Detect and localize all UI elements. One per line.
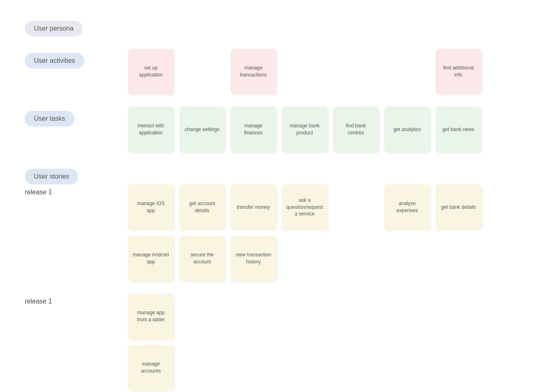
card-get-analytics[interactable]: get analytics <box>384 107 430 152</box>
tasks-section: User tasks interact with application cha… <box>25 107 533 152</box>
card-get-account-details[interactable]: get account details <box>179 184 225 230</box>
card-manage-android-app[interactable]: manage Android app <box>128 236 174 281</box>
card-manage-app-from-tablet[interactable]: manage app from a tablet <box>128 294 174 339</box>
release1-row1: manage iOS app get account details trans… <box>128 184 533 230</box>
release1-first-label: release 1 <box>25 184 52 196</box>
tasks-pill: User tasks <box>25 111 74 127</box>
release1-second-label: release 1 <box>25 294 52 305</box>
card-analyze-expenses[interactable]: analyze expenses <box>384 184 430 230</box>
release1-first-label-area: release 1 <box>25 189 116 196</box>
card-manage-bank-product[interactable]: manage bank product <box>282 107 327 152</box>
persona-section: User persona <box>25 17 533 36</box>
card-find-additional-info[interactable]: find additional info <box>436 49 481 94</box>
release1b-row1: manage app from a tablet <box>128 294 533 339</box>
release1-row2: manage Android app secure the account vi… <box>128 236 533 281</box>
release1b-row2: manage accounts <box>128 345 533 390</box>
card-manage-finances[interactable]: manage finances <box>231 107 276 152</box>
release1-second-content: manage app from a tablet manage accounts <box>128 294 533 390</box>
activities-pill: User activities <box>25 53 84 69</box>
card-manage-ios-app[interactable]: manage iOS app <box>128 184 174 230</box>
card-get-bank-news[interactable]: get bank news <box>436 107 481 152</box>
stories-label-area: User stories <box>25 169 116 184</box>
persona-label-area: User persona <box>25 21 116 36</box>
activities-cards: set up application manage transactions f… <box>128 49 533 94</box>
activities-section: User activities set up application manag… <box>25 49 533 94</box>
release1-first-section: release 1 manage iOS app get account det… <box>25 184 533 289</box>
card-secure-account[interactable]: secure the account <box>179 236 225 281</box>
activities-label-area: User activities <box>25 53 116 69</box>
release1-first-content: manage iOS app get account details trans… <box>128 184 533 289</box>
card-transfer-money[interactable]: transfer money <box>231 184 276 230</box>
stories-section: User stories <box>25 165 533 184</box>
card-interact-with-application[interactable]: interact with application <box>128 107 174 152</box>
stories-pill: User stories <box>25 169 78 184</box>
tasks-cards: interact with application change setting… <box>128 107 533 152</box>
card-manage-transactions[interactable]: manage transactions <box>231 49 276 94</box>
tasks-label-area: User tasks <box>25 111 116 127</box>
card-ask-question[interactable]: ask a question/request a service <box>282 184 327 230</box>
persona-pill: User persona <box>25 21 83 36</box>
card-view-transaction-history[interactable]: view transaction history <box>231 236 276 281</box>
card-manage-accounts[interactable]: manage accounts <box>128 345 174 390</box>
release1-second-label-area: release 1 <box>25 298 116 305</box>
card-set-up-application[interactable]: set up application <box>128 49 174 94</box>
card-find-bank-centres[interactable]: find bank centres <box>333 107 379 152</box>
card-get-bank-details[interactable]: get bank details <box>436 184 481 230</box>
release1-second-section: release 1 manage app from a tablet manag… <box>25 294 533 390</box>
card-change-settings[interactable]: change settings <box>179 107 225 152</box>
